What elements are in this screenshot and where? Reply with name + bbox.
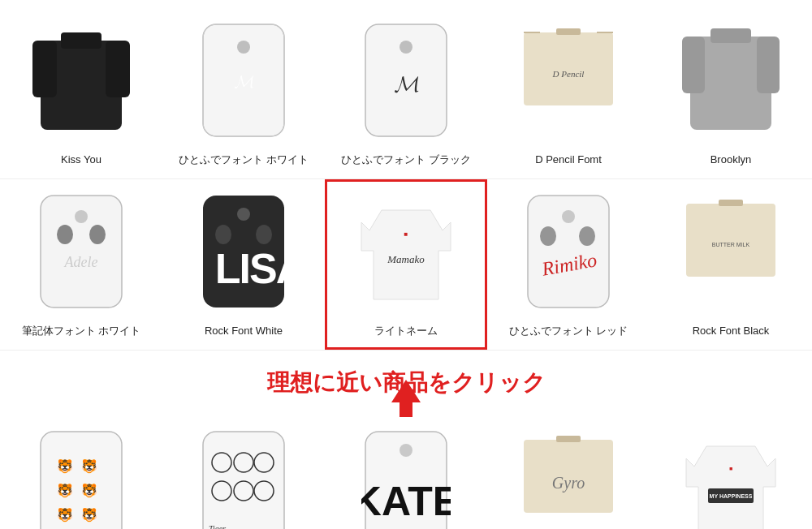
svg-point-37 (540, 226, 556, 246)
product-label: D Pencil Fomt (535, 153, 602, 167)
product-hitofude-red[interactable]: Rimiko ひとふでフォント レッド (487, 179, 650, 350)
svg-rect-40 (719, 200, 743, 206)
product-image: Gyro (503, 424, 633, 529)
svg-rect-14 (556, 28, 581, 35)
product-row-3: 🐯 🐯 🐯 🐯 🐯 🐯 tiger Tiger C (0, 415, 812, 529)
product-label: ひとふでフォント ブラック (341, 153, 471, 167)
product-light-name[interactable]: ■ Mamako ライトネーム (325, 179, 487, 350)
product-brooklyn[interactable]: Brooklyn (650, 8, 812, 178)
svg-text:■: ■ (729, 466, 732, 471)
svg-point-23 (57, 225, 73, 244)
svg-point-29 (256, 225, 272, 244)
product-row-1: Kiss You 𝓜 ひとふでフォント ホワイト 𝓜 (0, 8, 812, 179)
product-image: 🐯 🐯 🐯 🐯 🐯 🐯 tiger (16, 424, 146, 529)
svg-rect-17 (682, 37, 705, 93)
svg-text:🐯: 🐯 (57, 483, 73, 498)
svg-point-36 (562, 210, 575, 223)
product-hitofude-black[interactable]: 𝓜 ひとふでフォント ブラック (325, 8, 487, 178)
product-tiger-b[interactable]: Tiger Tiger B (162, 415, 325, 529)
svg-text:🐯: 🐯 (81, 458, 97, 474)
product-image: Rimiko (503, 187, 633, 317)
product-label: ひとふでフォント ホワイト (179, 153, 309, 167)
product-row-2: Adele 筆記体フォント ホワイト LISA Rock Font Whi (0, 179, 812, 351)
svg-text:LISA: LISA (215, 245, 288, 292)
svg-rect-1 (32, 41, 57, 97)
product-rock-font-black[interactable]: KATE Rock Font Black (325, 415, 487, 529)
svg-point-24 (89, 225, 106, 244)
svg-rect-19 (710, 28, 751, 43)
product-fude-white[interactable]: Adele 筆記体フォント ホワイト (0, 179, 162, 350)
product-grid: Kiss You 𝓜 ひとふでフォント ホワイト 𝓜 (0, 0, 812, 529)
product-label: Kiss You (61, 153, 102, 167)
annotation-text: 理想に近い商品をクリック (267, 368, 546, 398)
svg-rect-18 (757, 37, 780, 93)
svg-rect-50 (203, 432, 284, 529)
product-rock-font-black-top[interactable]: BUTTER MILK Rock Font Black (650, 179, 812, 350)
svg-text:𝓜: 𝓜 (395, 71, 419, 97)
svg-point-28 (215, 225, 231, 244)
svg-point-10 (400, 41, 412, 54)
product-image (666, 16, 796, 146)
product-image: Adele (16, 187, 146, 317)
product-kiss-you[interactable]: Kiss You (0, 8, 162, 178)
product-label: 筆記体フォント ホワイト (22, 324, 141, 338)
svg-rect-3 (61, 32, 102, 49)
svg-text:🐯: 🐯 (81, 507, 97, 523)
product-label: Rock Font Black (693, 324, 770, 338)
annotation-banner: 理想に近い商品をクリック (0, 351, 812, 415)
product-image (16, 16, 146, 146)
svg-rect-62 (556, 436, 581, 442)
svg-marker-64 (686, 446, 775, 529)
svg-point-7 (237, 41, 250, 54)
product-image: KATE (341, 424, 471, 529)
svg-point-22 (75, 210, 88, 223)
svg-text:D Pencil: D Pencil (552, 69, 585, 79)
product-label: Brooklyn (710, 153, 752, 167)
product-image: LISA (179, 187, 309, 317)
svg-text:■: ■ (404, 230, 408, 238)
svg-text:MY HAPPINESS: MY HAPPINESS (710, 493, 753, 499)
product-image: Tiger (179, 424, 309, 529)
svg-text:🐯: 🐯 (57, 458, 73, 474)
product-tiger-c[interactable]: 🐯 🐯 🐯 🐯 🐯 🐯 tiger Tiger C (0, 415, 162, 529)
svg-point-38 (579, 226, 595, 246)
svg-text:🐯: 🐯 (81, 483, 97, 498)
svg-point-60 (400, 444, 412, 457)
product-label: ひとふでフォント レッド (509, 324, 628, 338)
svg-text:Mamako: Mamako (387, 253, 425, 265)
product-label: Rock Font White (205, 324, 283, 338)
svg-text:Adele: Adele (64, 254, 98, 270)
product-image: ■ Mamako (341, 187, 471, 317)
product-image: 𝓜 (179, 16, 309, 146)
product-image: BUTTER MILK (666, 187, 796, 317)
product-typo[interactable]: Gyro Typo (487, 415, 650, 529)
product-label: ライトネーム (374, 324, 438, 338)
product-image: ■ MY HAPPINESS (666, 424, 796, 529)
product-my-happiness[interactable]: ■ MY HAPPINESS MY HAPPIINESS (650, 415, 812, 529)
product-d-pencil[interactable]: D Pencil D Pencil Fomt (487, 8, 650, 178)
svg-rect-39 (686, 204, 775, 277)
svg-point-27 (237, 208, 250, 221)
svg-text:KATE: KATE (361, 479, 451, 524)
svg-text:𝓜: 𝓜 (235, 71, 254, 92)
product-image: 𝓜 (341, 16, 471, 146)
svg-text:Tiger: Tiger (209, 524, 226, 529)
product-image: D Pencil (503, 16, 633, 146)
svg-text:🐯: 🐯 (57, 507, 73, 523)
product-hitofude-white[interactable]: 𝓜 ひとふでフォント ホワイト (162, 8, 325, 178)
svg-text:BUTTER MILK: BUTTER MILK (712, 242, 750, 247)
product-rock-font-white[interactable]: LISA Rock Font White (162, 179, 325, 350)
svg-text:Gyro: Gyro (552, 474, 585, 492)
svg-rect-2 (106, 41, 130, 97)
